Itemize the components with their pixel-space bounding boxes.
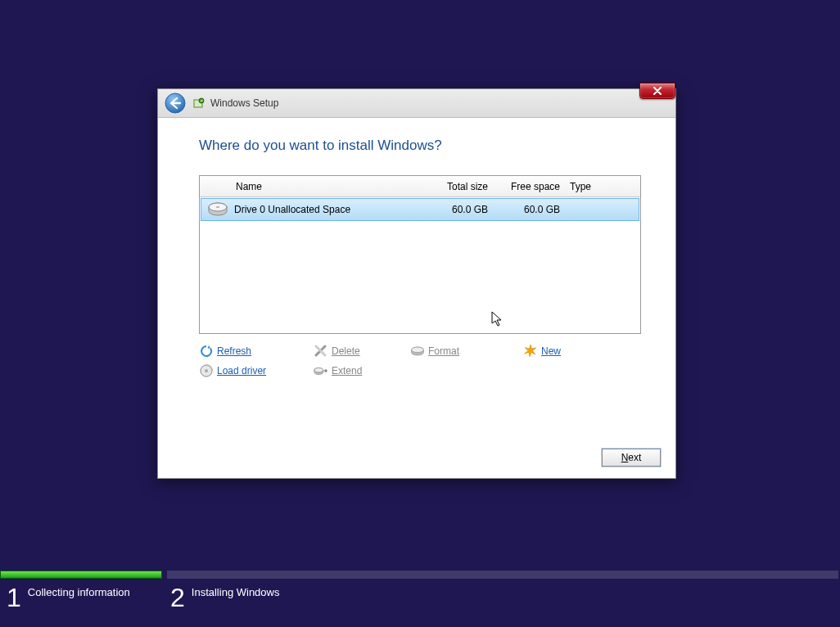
table-row[interactable]: Drive 0 Unallocated Space 60.0 GB 60.0 G… — [201, 198, 639, 221]
back-button[interactable] — [165, 92, 186, 114]
extend-action[interactable]: Extend — [314, 363, 410, 378]
col-name[interactable]: Name — [234, 181, 413, 192]
new-icon — [523, 344, 538, 359]
setup-dialog: Windows Setup Where do you want to insta… — [157, 88, 676, 479]
svg-point-9 — [205, 369, 208, 372]
step-1-number: 1 — [7, 584, 21, 611]
step-1: 1 Collecting information — [0, 584, 164, 611]
dialog-content: Where do you want to install Windows? Na… — [158, 118, 675, 391]
refresh-label: R — [217, 345, 224, 357]
window-title: Windows Setup — [210, 97, 278, 109]
load-driver-action[interactable]: Load driver — [199, 363, 314, 378]
setup-icon — [192, 97, 205, 110]
delete-action[interactable]: Delete — [314, 344, 410, 359]
row-free: 60.0 GB — [495, 204, 567, 215]
progress-strip — [0, 571, 840, 579]
page-heading: Where do you want to install Windows? — [199, 138, 635, 154]
titlebar: Windows Setup — [158, 89, 675, 118]
col-type[interactable]: Type — [567, 181, 640, 192]
refresh-action[interactable]: Refresh — [199, 344, 314, 359]
progress-step1 — [0, 571, 162, 579]
delete-icon — [314, 344, 328, 359]
col-total[interactable]: Total size — [413, 181, 495, 192]
step-2: 2 Installing Windows — [164, 584, 279, 611]
step-indicator: 1 Collecting information 2 Installing Wi… — [0, 580, 840, 627]
col-free[interactable]: Free space — [495, 181, 567, 192]
next-button[interactable]: Next — [602, 449, 661, 467]
extend-label: E — [332, 365, 338, 377]
step-2-number: 2 — [170, 584, 185, 611]
extend-icon — [314, 363, 328, 378]
format-action[interactable]: Format — [410, 344, 523, 359]
row-name: Drive 0 Unallocated Space — [234, 204, 413, 215]
new-label: N — [541, 345, 549, 357]
refresh-icon — [199, 344, 214, 359]
new-action[interactable]: New — [523, 344, 621, 359]
svg-point-11 — [314, 368, 323, 372]
delete-label: D — [332, 345, 339, 357]
table-header: Name Total size Free space Type — [200, 176, 640, 197]
close-button[interactable] — [639, 83, 675, 99]
row-total: 60.0 GB — [413, 204, 495, 215]
drive-actions: Refresh Delete — [199, 344, 641, 378]
svg-point-5 — [216, 206, 219, 208]
drive-table: Name Total size Free space Type Drive 0 … — [199, 175, 641, 334]
step-2-label: Installing Windows — [192, 586, 280, 598]
next-label: Next — [621, 452, 642, 463]
step-1-label: Collecting information — [28, 586, 130, 598]
svg-point-2 — [199, 98, 204, 103]
close-icon — [653, 87, 662, 95]
load-driver-label: L — [217, 365, 223, 377]
drive-icon — [201, 202, 234, 217]
load-driver-icon — [199, 363, 214, 378]
format-icon — [410, 344, 425, 359]
progress-step2 — [167, 571, 838, 579]
svg-point-7 — [412, 347, 424, 353]
